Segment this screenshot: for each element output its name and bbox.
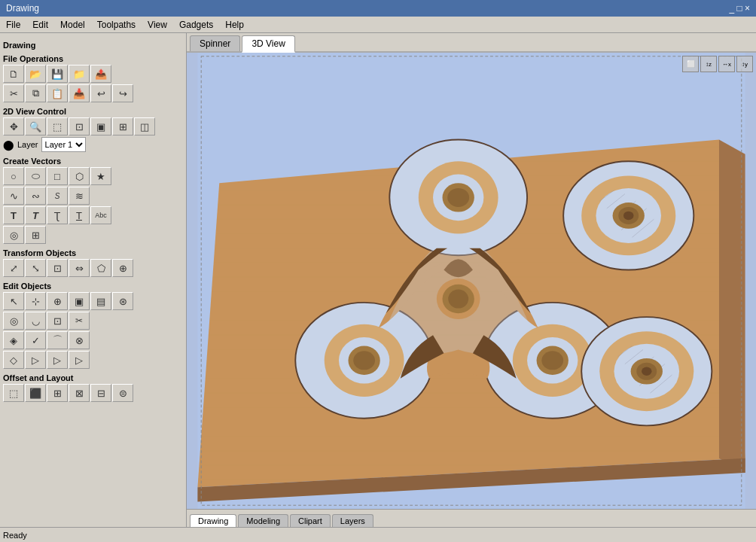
ellipse-tool[interactable]: ⬭ bbox=[25, 167, 46, 185]
extend-tool[interactable]: ⊡ bbox=[47, 312, 68, 330]
spiral-tool[interactable]: ◎ bbox=[3, 226, 24, 244]
tab-3d-view[interactable]: 3D View bbox=[242, 35, 294, 53]
3d-viewport[interactable]: ⬜ ↕z ↔x ↕y bbox=[187, 53, 756, 509]
new-file-button[interactable]: 🗋 bbox=[3, 65, 24, 83]
spline-tool[interactable]: ∾ bbox=[25, 187, 46, 205]
node-prev-tool[interactable]: ◇ bbox=[3, 351, 24, 369]
join-tool[interactable]: ⌒ bbox=[47, 331, 68, 349]
save-button[interactable]: 💾 bbox=[47, 65, 68, 83]
pan-button[interactable]: ✥ bbox=[3, 117, 24, 136]
polygon-tool[interactable]: ⬡ bbox=[69, 167, 90, 185]
offset-both-button[interactable]: ⬛ bbox=[25, 384, 46, 402]
text-on-path-tool[interactable]: T bbox=[25, 206, 46, 224]
view-control-row: ✥ 🔍 ⬚ ⊡ ▣ ⊞ ◫ bbox=[3, 117, 183, 136]
zoom-box-button[interactable]: ⬚ bbox=[47, 117, 68, 136]
view-x-button[interactable]: ↔x bbox=[718, 56, 735, 72]
menu-gadgets[interactable]: Gadgets bbox=[173, 18, 219, 32]
left-panel: Drawing File Operations 🗋 📂 💾 📁 📤 ✂ ⧉ 📋 … bbox=[0, 33, 187, 527]
view-y-button[interactable]: ↕y bbox=[736, 56, 753, 72]
node-select-tool[interactable]: ◈ bbox=[3, 331, 24, 349]
zoom-button[interactable]: 🔍 bbox=[25, 117, 46, 136]
create-vectors-row4: ◎ ⊞ bbox=[3, 226, 183, 244]
mirror-tool[interactable]: ⇔ bbox=[69, 259, 90, 277]
distort-tool[interactable]: ⬠ bbox=[90, 259, 111, 277]
zoom-selected-button[interactable]: ⊡ bbox=[69, 117, 90, 136]
s-curve-tool[interactable]: S bbox=[47, 187, 68, 205]
offset-vectors-button[interactable]: ⬚ bbox=[3, 384, 24, 402]
trim-tool[interactable]: ✂ bbox=[69, 312, 90, 330]
node-next2-tool[interactable]: ▷ bbox=[69, 351, 90, 369]
bezier-tool[interactable]: ∿ bbox=[3, 187, 24, 205]
3d-scene bbox=[187, 53, 756, 509]
table-tool[interactable]: ⊞ bbox=[25, 226, 46, 244]
align-tool[interactable]: ⊕ bbox=[112, 259, 133, 277]
smart-select-tool[interactable]: ⊛ bbox=[112, 292, 133, 310]
select-tool[interactable]: ↖ bbox=[3, 292, 24, 310]
file-ops-row1: 🗋 📂 💾 📁 📤 bbox=[3, 65, 183, 83]
node-next-tool[interactable]: ▷ bbox=[25, 351, 46, 369]
fillet-tool[interactable]: ◡ bbox=[25, 312, 46, 330]
status-bar: Ready bbox=[0, 527, 756, 542]
zoom-previous-button[interactable]: ◫ bbox=[134, 117, 155, 136]
array-button[interactable]: ⊟ bbox=[90, 384, 111, 402]
text-style-tool[interactable]: Abc bbox=[90, 206, 111, 224]
view-home-button[interactable]: ⬜ bbox=[682, 56, 699, 72]
offset-row: ⬚ ⬛ ⊞ ⊠ ⊟ ⊜ bbox=[3, 384, 183, 402]
import-button[interactable]: 📥 bbox=[69, 84, 90, 102]
rectangle-tool[interactable]: □ bbox=[47, 167, 68, 185]
paste-button[interactable]: 📋 bbox=[47, 84, 68, 102]
menu-view[interactable]: View bbox=[142, 18, 173, 32]
scale-tool[interactable]: ⤡ bbox=[25, 259, 46, 277]
copy-button[interactable]: ⧉ bbox=[25, 84, 46, 102]
bottom-tab-modeling[interactable]: Modeling bbox=[238, 514, 288, 527]
offset-tool[interactable]: ◎ bbox=[3, 312, 24, 330]
app-title: Drawing bbox=[6, 3, 39, 14]
menu-model[interactable]: Model bbox=[54, 18, 91, 32]
zoom-all-button[interactable]: ⊞ bbox=[112, 117, 133, 136]
node-add-tool[interactable]: ⊕ bbox=[47, 292, 68, 310]
move-tool[interactable]: ⤢ bbox=[3, 259, 24, 277]
edit-row1: ↖ ⊹ ⊕ ▣ ▤ ⊛ bbox=[3, 292, 183, 310]
menu-help[interactable]: Help bbox=[219, 18, 250, 32]
break-tool[interactable]: ⊗ bbox=[69, 331, 90, 349]
wave-tool[interactable]: ≋ bbox=[69, 187, 90, 205]
view-z-button[interactable]: ↕z bbox=[700, 56, 717, 72]
create-vectors-row2: ∿ ∾ S ≋ bbox=[3, 187, 183, 205]
smooth-tool[interactable]: ✓ bbox=[25, 331, 46, 349]
star-tool[interactable]: ★ bbox=[90, 167, 111, 185]
rotate-tool[interactable]: ⊡ bbox=[47, 259, 68, 277]
bottom-tab-clipart[interactable]: Clipart bbox=[290, 514, 331, 527]
text-edit-tool[interactable]: T bbox=[69, 206, 90, 224]
svg-point-16 bbox=[353, 351, 375, 370]
svg-point-21 bbox=[541, 351, 563, 370]
section-create-vectors: Create Vectors bbox=[3, 157, 183, 166]
bottom-tab-drawing[interactable]: Drawing bbox=[190, 514, 236, 527]
zoom-page-button[interactable]: ▣ bbox=[90, 117, 111, 136]
text-tool[interactable]: T bbox=[3, 206, 24, 224]
cut-button[interactable]: ✂ bbox=[3, 84, 24, 102]
export-button[interactable]: 📤 bbox=[90, 65, 111, 83]
circle-tool[interactable]: ○ bbox=[3, 167, 24, 185]
tab-spinner[interactable]: Spinner bbox=[190, 35, 240, 51]
save-as-button[interactable]: 📁 bbox=[69, 65, 90, 83]
menu-file[interactable]: File bbox=[0, 18, 26, 32]
menu-toolpaths[interactable]: Toolpaths bbox=[91, 18, 142, 32]
text-warp-tool[interactable]: Ʈ bbox=[47, 206, 68, 224]
redo-button[interactable]: ↪ bbox=[112, 84, 133, 102]
bottom-tab-layers[interactable]: Layers bbox=[332, 514, 373, 527]
node-prev2-tool[interactable]: ▷ bbox=[47, 351, 68, 369]
ungroup-tool[interactable]: ▤ bbox=[90, 292, 111, 310]
group-tool[interactable]: ▣ bbox=[69, 292, 90, 310]
nest-button[interactable]: ⊞ bbox=[47, 384, 68, 402]
window-controls[interactable]: _ □ × bbox=[729, 3, 750, 14]
wrap-button[interactable]: ⊜ bbox=[112, 384, 133, 402]
title-bar: Drawing _ □ × bbox=[0, 0, 756, 17]
undo-button[interactable]: ↩ bbox=[90, 84, 111, 102]
join-open-button[interactable]: ⊠ bbox=[69, 384, 90, 402]
menu-edit[interactable]: Edit bbox=[26, 18, 54, 32]
menu-bar: File Edit Model Toolpaths View Gadgets H… bbox=[0, 17, 756, 33]
open-file-button[interactable]: 📂 bbox=[25, 65, 46, 83]
node-edit-tool[interactable]: ⊹ bbox=[25, 292, 46, 310]
layer-select[interactable]: Layer 1 bbox=[41, 137, 86, 152]
layer-label: Layer bbox=[17, 140, 38, 149]
